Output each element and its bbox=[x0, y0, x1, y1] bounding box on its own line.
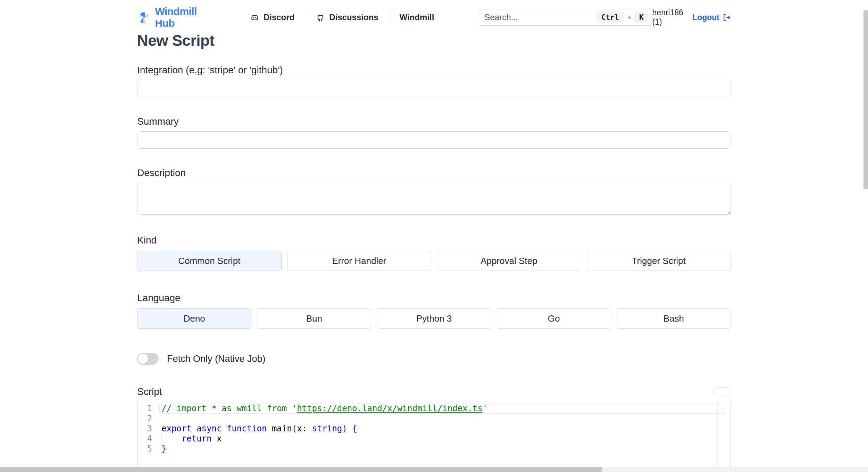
fetch-only-label: Fetch Only (Native Job) bbox=[167, 354, 266, 364]
fetch-only-toggle[interactable] bbox=[137, 353, 159, 365]
header: Windmill Hub DiscordDiscussionsWindmill … bbox=[137, 0, 731, 27]
brand-link[interactable]: Windmill Hub bbox=[137, 6, 210, 29]
kind-label: Kind bbox=[137, 235, 731, 246]
token-plain: : bbox=[302, 424, 312, 433]
line-content: export async function main(x: string) { bbox=[161, 424, 357, 434]
token-keyword: return bbox=[182, 434, 212, 444]
line-content: // import * as wmill from 'https://deno.… bbox=[161, 404, 487, 414]
kind-option-trigger-script[interactable]: Trigger Script bbox=[587, 251, 731, 271]
fetch-only-row: Fetch Only (Native Job) bbox=[137, 353, 731, 365]
token-bracket: { bbox=[352, 424, 357, 433]
integration-input[interactable] bbox=[137, 80, 731, 97]
logout-icon bbox=[722, 13, 731, 22]
brand-name: Windmill Hub bbox=[155, 6, 210, 29]
integration-group: Integration (e.g: 'stripe' or 'github') bbox=[137, 65, 731, 97]
summary-input[interactable] bbox=[137, 131, 731, 149]
summary-label: Summary bbox=[137, 116, 731, 127]
line-number: 3 bbox=[137, 424, 152, 434]
token-plain: main bbox=[272, 424, 292, 433]
language-option-go[interactable]: Go bbox=[497, 308, 611, 329]
discord-icon bbox=[250, 13, 259, 22]
kind-option-error-handler[interactable]: Error Handler bbox=[287, 251, 432, 271]
token-plain bbox=[161, 434, 182, 444]
username-label: henri186 (1) bbox=[652, 8, 684, 27]
language-label: Language bbox=[137, 292, 731, 304]
token-bracket: ) bbox=[342, 424, 347, 433]
integration-label: Integration (e.g: 'stripe' or 'github') bbox=[137, 65, 731, 76]
search-box[interactable]: Ctrl+K bbox=[478, 9, 652, 26]
summary-group: Summary bbox=[137, 116, 731, 149]
code-line-4: 4 return x bbox=[137, 434, 731, 444]
kind-option-common-script[interactable]: Common Script bbox=[137, 251, 282, 271]
line-content: return x bbox=[161, 434, 222, 444]
language-option-python-3[interactable]: Python 3 bbox=[377, 308, 491, 329]
page-vertical-scrollbar[interactable] bbox=[863, 10, 868, 189]
code-line-3: 3export async function main(x: string) { bbox=[137, 424, 731, 434]
token-plain bbox=[347, 424, 352, 433]
token-plain: x bbox=[297, 424, 302, 433]
logout-link[interactable]: Logout bbox=[692, 13, 731, 22]
line-number: 4 bbox=[137, 434, 152, 444]
token-keyword: string bbox=[312, 424, 342, 433]
token-bracket: ( bbox=[292, 424, 297, 433]
toggle-knob bbox=[138, 354, 148, 364]
description-textarea[interactable] bbox=[137, 183, 731, 215]
code-editor[interactable]: 1// import * as wmill from 'https://deno… bbox=[137, 401, 731, 472]
token-comment: https://deno.land/x/windmill/index.ts bbox=[297, 404, 483, 413]
language-option-bun[interactable]: Bun bbox=[257, 308, 371, 329]
language-options: DenoBunPython 3GoBash bbox=[137, 308, 731, 329]
windmill-logo-icon bbox=[137, 9, 151, 25]
nav-item-discord[interactable]: Discord bbox=[240, 10, 305, 25]
code-lines: 1// import * as wmill from 'https://deno… bbox=[137, 401, 731, 454]
token-bracket: } bbox=[161, 444, 166, 454]
kind-group: Kind Common ScriptError HandlerApproval … bbox=[137, 235, 731, 271]
token-keyword: export async function bbox=[161, 424, 272, 433]
github-icon bbox=[316, 13, 325, 22]
nav-item-label: Discord bbox=[264, 13, 294, 22]
nav-item-label: Discussions bbox=[329, 13, 378, 22]
code-line-5: 5} bbox=[137, 444, 731, 454]
script-group: Script 1// import * as wmill from 'https… bbox=[137, 386, 731, 472]
line-number: 2 bbox=[137, 414, 152, 424]
token-plain: x bbox=[212, 434, 222, 444]
editor-mode-toggle[interactable] bbox=[713, 387, 731, 396]
search-input[interactable] bbox=[484, 13, 596, 22]
kind-options: Common ScriptError HandlerApproval StepT… bbox=[137, 251, 731, 271]
script-label: Script bbox=[137, 386, 162, 397]
search-shortcut: Ctrl+K bbox=[596, 13, 649, 22]
page-horizontal-scrollbar-track bbox=[0, 467, 868, 472]
user-area: henri186 (1) Logout bbox=[652, 8, 731, 27]
code-line-2: 2 bbox=[137, 414, 731, 424]
line-content: } bbox=[161, 444, 166, 454]
token-comment: // import * as wmill from ' bbox=[161, 404, 297, 413]
token-comment: ' bbox=[483, 404, 487, 413]
kind-option-approval-step[interactable]: Approval Step bbox=[437, 251, 581, 271]
language-group: Language DenoBunPython 3GoBash bbox=[137, 292, 731, 329]
description-label: Description bbox=[137, 167, 731, 179]
kbd-k: K bbox=[634, 11, 649, 23]
logout-label: Logout bbox=[692, 13, 719, 22]
description-group: Description bbox=[137, 167, 731, 216]
page-horizontal-scrollbar[interactable] bbox=[0, 467, 602, 472]
nav-item-windmill[interactable]: Windmill bbox=[389, 10, 445, 25]
line-number: 1 bbox=[137, 404, 152, 414]
shortcut-separator: + bbox=[627, 13, 631, 21]
nav-item-label: Windmill bbox=[400, 13, 434, 22]
header-nav: DiscordDiscussionsWindmill bbox=[240, 10, 445, 25]
line-number: 5 bbox=[137, 444, 152, 454]
language-option-deno[interactable]: Deno bbox=[137, 308, 251, 329]
language-option-bash[interactable]: Bash bbox=[617, 308, 731, 329]
code-line-1: 1// import * as wmill from 'https://deno… bbox=[137, 404, 731, 414]
page-title: New Script bbox=[137, 32, 731, 49]
kbd-ctrl: Ctrl bbox=[596, 11, 624, 23]
page-root: Windmill Hub DiscordDiscussionsWindmill … bbox=[137, 0, 731, 472]
nav-item-discussions[interactable]: Discussions bbox=[305, 10, 389, 25]
